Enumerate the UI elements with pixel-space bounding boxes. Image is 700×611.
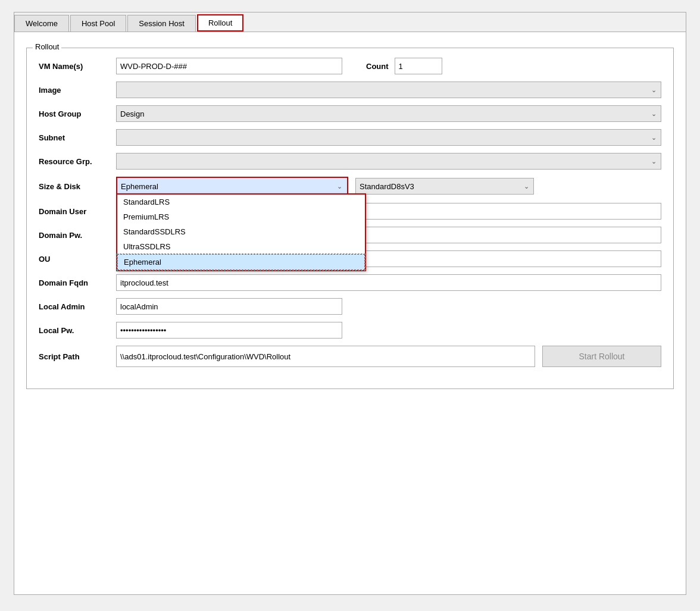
- domain-fqdn-input[interactable]: [116, 274, 661, 291]
- resource-grp-label: Resource Grp.: [39, 157, 116, 166]
- disk-option-standardlrs[interactable]: StandardLRS: [117, 195, 365, 209]
- tab-welcome[interactable]: Welcome: [14, 15, 69, 32]
- count-group: Count: [366, 58, 442, 74]
- host-group-select-wrapper: Design ⌄: [116, 105, 661, 122]
- ou-label: OU: [39, 255, 116, 264]
- script-path-input[interactable]: [116, 346, 535, 367]
- resource-grp-select[interactable]: [116, 153, 661, 170]
- tab-bar: Welcome Host Pool Session Host Rollout: [14, 12, 686, 32]
- local-pw-label: Local Pw.: [39, 326, 116, 335]
- local-admin-label: Local Admin: [39, 302, 116, 311]
- tab-rollout[interactable]: Rollout: [197, 14, 243, 32]
- local-admin-row: Local Admin: [39, 298, 661, 315]
- image-label: Image: [39, 86, 116, 95]
- rollout-group-box: Rollout VM Name(s) Count Image ⌄: [26, 48, 674, 389]
- resource-grp-row: Resource Grp. ⌄: [39, 153, 661, 170]
- local-pw-input[interactable]: [116, 322, 342, 339]
- start-rollout-button[interactable]: Start Rollout: [542, 346, 661, 367]
- subnet-label: Subnet: [39, 133, 116, 142]
- vm-names-input[interactable]: [116, 58, 342, 74]
- domain-fqdn-label: Domain Fqdn: [39, 278, 116, 287]
- host-group-row: Host Group Design ⌄: [39, 105, 661, 122]
- disk-type-select[interactable]: Ephemeral: [117, 178, 347, 195]
- subnet-row: Subnet ⌄: [39, 129, 661, 146]
- disk-option-standardssdlrs[interactable]: StandardSSDLRS: [117, 224, 365, 239]
- domain-fqdn-row: Domain Fqdn: [39, 274, 661, 291]
- size-disk-row: Size & Disk Ephemeral ⌄ StandardD8sV3 ⌄: [39, 177, 661, 196]
- vm-names-row: VM Name(s) Count: [39, 58, 661, 74]
- count-input[interactable]: [395, 58, 442, 74]
- subnet-select-wrapper: ⌄: [116, 129, 661, 146]
- size-disk-label: Size & Disk: [39, 182, 116, 191]
- image-select[interactable]: [116, 82, 661, 98]
- vm-size-select-wrapper: StandardD8sV3 ⌄: [355, 178, 534, 195]
- disk-option-ephemeral[interactable]: Ephemeral: [117, 254, 365, 270]
- tab-session-host[interactable]: Session Host: [127, 15, 196, 32]
- local-pw-row: Local Pw.: [39, 322, 661, 339]
- image-row: Image ⌄: [39, 82, 661, 98]
- image-select-wrapper: ⌄: [116, 82, 661, 98]
- script-path-row: Script Path Start Rollout: [39, 346, 661, 367]
- disk-type-dropdown-overlay: StandardLRS PremiumLRS StandardSSDLRS Ul…: [116, 193, 366, 271]
- vm-names-label: VM Name(s): [39, 62, 116, 71]
- domain-pw-label: Domain Pw.: [39, 231, 116, 240]
- script-path-label: Script Path: [39, 352, 116, 361]
- content-area: Rollout VM Name(s) Count Image ⌄: [14, 32, 686, 399]
- subnet-select[interactable]: [116, 129, 661, 146]
- host-group-select[interactable]: Design: [116, 105, 661, 122]
- domain-user-label: Domain User: [39, 207, 116, 216]
- disk-option-premiumlrs[interactable]: PremiumLRS: [117, 209, 365, 224]
- group-box-title: Rollout: [33, 42, 61, 51]
- count-label: Count: [366, 62, 389, 71]
- vm-size-select[interactable]: StandardD8sV3: [355, 178, 534, 195]
- tab-host-pool[interactable]: Host Pool: [70, 15, 126, 32]
- app-window: Welcome Host Pool Session Host Rollout R…: [14, 12, 686, 595]
- disk-option-ultrassdlrs[interactable]: UltraSSDLRS: [117, 239, 365, 254]
- host-group-label: Host Group: [39, 109, 116, 118]
- resource-grp-select-wrapper: ⌄: [116, 153, 661, 170]
- local-admin-input[interactable]: [116, 298, 342, 315]
